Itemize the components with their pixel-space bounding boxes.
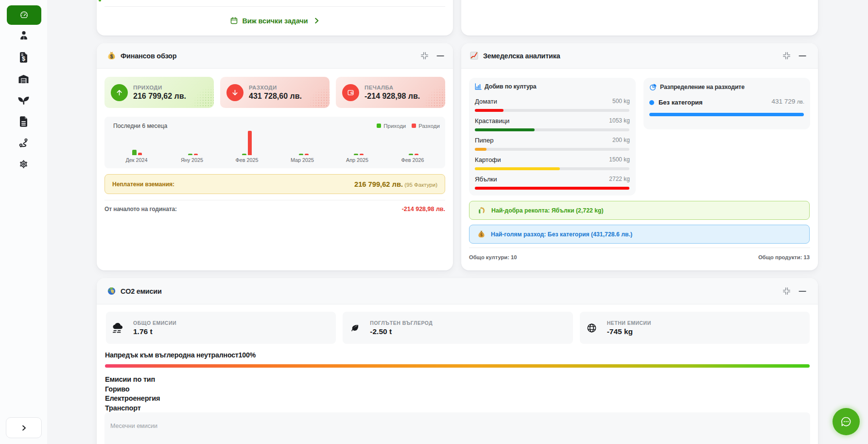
svg-text:$: $ <box>22 55 25 62</box>
svg-text:$: $ <box>110 54 113 59</box>
svg-text:$: $ <box>480 233 483 237</box>
